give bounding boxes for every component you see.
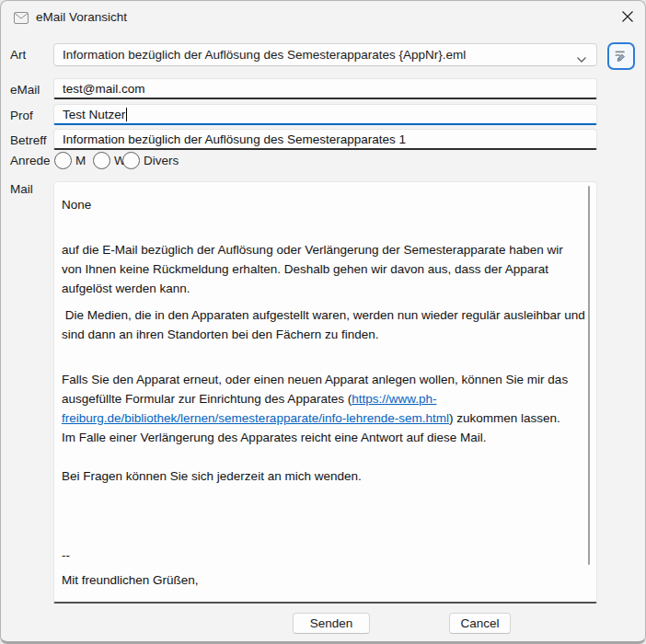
send-button[interactable]: Senden [293,613,370,634]
email-field-value: test@mail.com [63,82,144,96]
mail-paragraph-text: ) zukommen lassen. [449,411,560,425]
anrede-label: Anrede [10,154,51,167]
art-label: Art [10,48,26,62]
close-icon [621,10,634,26]
text-cursor [126,108,127,121]
close-button[interactable] [614,5,641,30]
mail-body-preview[interactable]: None auf die E-Mail bezüglich der Auflös… [53,181,597,604]
prof-field-value: Test Nutzer [63,108,125,121]
mail-signature-name: Alexander Kirchner [62,601,585,604]
radio-anrede-divers-label: Divers [144,154,179,167]
window-title: eMail Voransicht [36,10,127,24]
title-bar: eMail Voransicht [1,1,645,36]
mail-paragraph: None [62,195,585,214]
prof-field[interactable]: Test Nutzer [53,104,597,125]
email-field[interactable]: test@mail.com [53,78,597,99]
prof-label: Prof [10,109,33,122]
mail-label: Mail [10,182,33,196]
mail-paragraph-text: Falls Sie den Apparat erneut, oder einen… [62,373,571,406]
radio-anrede-w[interactable] [93,152,110,169]
mail-paragraph: Im Falle einer Verlängerung des Apparate… [62,428,585,447]
betreff-field-value: Information bezüglich der Auflösung des … [63,132,406,146]
email-label: eMail [10,83,40,97]
art-template-select[interactable]: Information bezüglich der Auflösung des … [53,43,597,66]
cancel-button[interactable]: Cancel [449,613,511,634]
envelope-icon [14,11,29,23]
edit-template-button[interactable] [607,42,635,70]
email-preview-dialog: eMail Voransicht Art Information bezügli… [0,0,646,644]
mail-paragraph: Bei Fragen können Sie sich jederzeit an … [62,466,585,486]
mail-paragraph: auf die E-Mail bezüglich der Auflösung o… [62,240,585,298]
signature-separator: -- [62,546,585,565]
radio-anrede-divers[interactable] [122,152,140,169]
mail-paragraph: Die Medien, die in den Apparaten aufgest… [62,305,585,344]
radio-anrede-m[interactable] [54,152,72,169]
chevron-down-icon [576,51,587,67]
mail-paragraph: Falls Sie den Apparat erneut, oder einen… [62,370,585,428]
betreff-field[interactable]: Information bezüglich der Auflösung des … [53,129,597,150]
betreff-label: Betreff [10,133,47,147]
mail-scrollbar-thumb[interactable] [588,186,590,565]
radio-anrede-m-label: M [75,154,86,167]
edit-note-icon [613,47,629,66]
mail-paragraph: Mit freundlichen Grüßen, [62,570,585,590]
art-selected-value: Information bezüglich der Auflösung des … [63,48,572,62]
